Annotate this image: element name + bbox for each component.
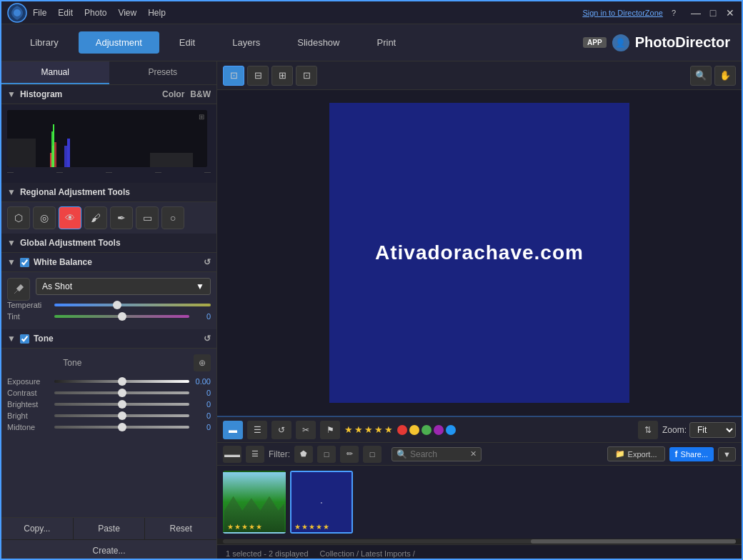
tab-presets[interactable]: Presets — [109, 61, 217, 84]
filmstrip-mode-btn[interactable]: ▬▬ — [223, 446, 241, 463]
bright-track[interactable] — [54, 414, 189, 417]
minimize-button[interactable]: — — [690, 7, 702, 19]
crop-btn[interactable]: ✂ — [296, 421, 316, 439]
star-rating[interactable]: ★ ★ ★ ★ ★ — [344, 424, 393, 435]
thumbnail-forest[interactable]: ★ ★ ★ ★ ★ — [223, 471, 286, 534]
tint-track[interactable] — [54, 315, 189, 318]
global-tools-header[interactable]: ▼ Global Adjustment Tools — [1, 234, 216, 253]
list-view-btn[interactable]: ☰ — [247, 421, 267, 439]
star-1[interactable]: ★ — [344, 424, 353, 435]
tab-manual[interactable]: Manual — [1, 61, 109, 84]
thumbnail-blue[interactable]: • ★ ★ ★ ★ ★ — [290, 471, 353, 534]
midtone-thumb[interactable] — [118, 423, 126, 431]
export-button[interactable]: 📁 Export... — [607, 446, 665, 461]
more-options-btn[interactable]: ▼ — [718, 447, 736, 461]
regional-tools-header[interactable]: ▼ Regional Adjustment Tools — [1, 183, 216, 202]
nav-layers[interactable]: Layers — [215, 31, 277, 54]
star-4[interactable]: ★ — [374, 424, 383, 435]
radial-tool-btn[interactable]: ◎ — [33, 206, 56, 229]
menu-photo[interactable]: Photo — [84, 8, 106, 18]
user-avatar[interactable]: 👤 — [612, 34, 629, 51]
color-dot-blue[interactable] — [446, 425, 456, 435]
filter-type-btn[interactable]: ⬟ — [294, 446, 313, 463]
close-button[interactable]: ✕ — [724, 7, 736, 19]
brightest-track[interactable] — [54, 403, 189, 406]
tone-section-header[interactable]: ▼ Tone ↺ — [1, 329, 216, 349]
single-view-btn[interactable]: ⊡ — [223, 66, 244, 86]
filter-tone-btn[interactable]: □ — [363, 446, 382, 463]
search-input[interactable] — [410, 449, 467, 459]
nav-library[interactable]: Library — [13, 31, 76, 54]
zoom-select[interactable]: Fit 25% 50% 100% 200% — [689, 422, 736, 438]
wb-section-header[interactable]: ▼ White Balance ↺ — [1, 253, 216, 272]
tone-target-btn[interactable]: ⊕ — [194, 354, 211, 371]
brightest-thumb[interactable] — [118, 400, 126, 409]
grid-view-btn[interactable]: ⊞ — [271, 66, 293, 86]
star-2[interactable]: ★ — [354, 424, 363, 435]
menu-bar[interactable]: File Edit Photo View Help — [33, 8, 582, 18]
gradient-tool-btn[interactable]: ⬡ — [7, 206, 30, 229]
wb-preset-dropdown[interactable]: As Shot ▼ — [36, 278, 211, 295]
contrast-track[interactable] — [54, 391, 189, 394]
rotate-left-btn[interactable]: ↺ — [271, 421, 291, 439]
nav-print[interactable]: Print — [360, 31, 414, 54]
brush-tool-btn[interactable]: 🖌 — [84, 206, 107, 229]
hand-tool-btn[interactable]: ✋ — [714, 66, 736, 86]
create-button[interactable]: Create... — [1, 540, 216, 560]
nav-edit[interactable]: Edit — [162, 31, 212, 54]
temperature-track[interactable] — [54, 304, 211, 306]
nav-adjustment[interactable]: Adjustment — [79, 31, 159, 54]
wb-reset-btn[interactable]: ↺ — [204, 257, 211, 267]
filmstrip-scrollbar[interactable] — [217, 539, 742, 544]
sort-btn[interactable]: ⇅ — [638, 421, 658, 439]
midtone-track[interactable] — [54, 426, 189, 429]
bright-thumb[interactable] — [118, 411, 126, 420]
share-button[interactable]: f Share... — [669, 447, 714, 461]
filmstrip-scroll-track[interactable] — [223, 539, 736, 544]
fullscreen-btn[interactable]: ⊡ — [296, 66, 317, 86]
temperature-thumb[interactable] — [113, 301, 121, 309]
histogram-expand-icon[interactable]: ⊞ — [199, 113, 204, 121]
copy-button[interactable]: Copy... — [1, 518, 73, 539]
filter-color-btn[interactable]: ✏ — [340, 446, 359, 463]
help-button[interactable]: ? — [672, 9, 676, 17]
filmstrip-view-btn[interactable]: ▬ — [223, 421, 243, 439]
filmstrip-scroll-thumb[interactable] — [531, 539, 736, 544]
menu-help[interactable]: Help — [148, 8, 166, 18]
reset-button[interactable]: Reset — [145, 518, 216, 539]
flag-btn[interactable]: ⚑ — [320, 421, 340, 439]
exposure-track[interactable] — [54, 380, 189, 383]
histogram-section-header[interactable]: ▼ Histogram Color B&W — [1, 85, 216, 104]
wb-checkbox[interactable] — [20, 258, 29, 267]
histogram-color-btn[interactable]: Color — [162, 89, 184, 99]
star-5[interactable]: ★ — [384, 424, 393, 435]
histogram-bw-btn[interactable]: B&W — [190, 89, 211, 99]
pen-tool-btn[interactable]: ✒ — [110, 206, 133, 229]
circle-tool-btn[interactable]: ○ — [161, 206, 184, 229]
exposure-thumb[interactable] — [118, 377, 126, 386]
redeye-tool-btn[interactable]: 👁 — [59, 206, 81, 229]
color-dot-yellow[interactable] — [409, 425, 419, 435]
paste-button[interactable]: Paste — [74, 518, 145, 539]
tone-checkbox[interactable] — [20, 334, 29, 344]
wb-eyedropper-btn[interactable] — [7, 278, 30, 301]
zoom-tool-btn[interactable]: 🔍 — [690, 66, 712, 86]
menu-file[interactable]: File — [33, 8, 46, 18]
color-dot-red[interactable] — [397, 425, 407, 435]
color-dot-green[interactable] — [422, 425, 432, 435]
side-by-side-btn[interactable]: ⊟ — [247, 66, 269, 86]
nav-slideshow[interactable]: Slideshow — [280, 31, 356, 54]
search-clear-btn[interactable]: ✕ — [470, 449, 477, 459]
color-dot-purple[interactable] — [434, 425, 444, 435]
filter-flag-btn[interactable]: □ — [317, 446, 336, 463]
contrast-thumb[interactable] — [118, 389, 126, 397]
star-3[interactable]: ★ — [364, 424, 373, 435]
sign-in-link[interactable]: Sign in to DirectorZone — [582, 9, 663, 17]
search-box[interactable]: 🔍 ✕ — [392, 447, 482, 461]
tone-reset-btn[interactable]: ↺ — [204, 334, 211, 344]
rect-tool-btn[interactable]: ▭ — [136, 206, 159, 229]
menu-edit[interactable]: Edit — [58, 8, 73, 18]
tint-thumb[interactable] — [118, 312, 126, 321]
menu-view[interactable]: View — [118, 8, 136, 18]
details-mode-btn[interactable]: ☰ — [246, 446, 264, 463]
